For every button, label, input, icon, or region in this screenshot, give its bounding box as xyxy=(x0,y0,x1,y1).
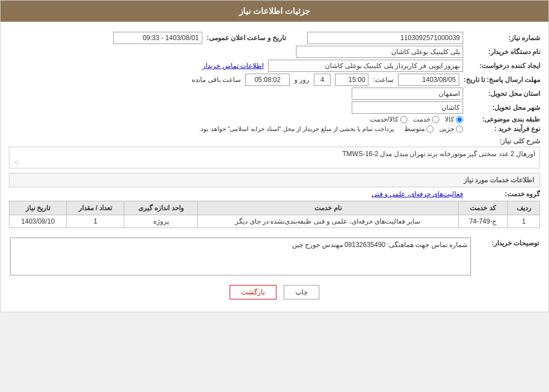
main-content: شماره نیاز: 1103092571000039 تاریخ و ساع… xyxy=(1,22,548,312)
deadline-remain-label: ساعت باقی مانده xyxy=(192,76,241,84)
page-header: جزئیات اطلاعات نیاز xyxy=(1,1,548,22)
announcement-date-value: 1403/08/01 - 09:33 xyxy=(113,32,202,44)
province-value: اصفهان xyxy=(352,88,463,100)
deadline-label: مهلت ارسال پاسخ: تا تاریخ: xyxy=(464,76,540,84)
deadline-remain: 05:08:02 xyxy=(245,74,290,86)
purchase-type-options: جزیی متوسط xyxy=(404,125,463,133)
page-title: جزئیات اطلاعات نیاز xyxy=(239,6,310,16)
buyer-notes-td xyxy=(10,235,471,277)
category-both-label: کالا/خدمت xyxy=(370,115,399,123)
purchase-type-radio-jozi[interactable] xyxy=(456,125,463,133)
col-name: نام خدمت xyxy=(198,201,458,215)
purchase-type-row: نوع فرآیند خرید : جزیی متوسط پرداخت تمام… xyxy=(9,125,540,133)
deadline-time-label: ساعت: xyxy=(373,76,393,84)
province-row: استان محل تحویل: اصفهان xyxy=(9,88,540,100)
category-kala-label: کالا xyxy=(445,115,454,123)
creator-value: بهروز ایویی فر کاربرداز پلی کلینیک بوعلی… xyxy=(268,60,463,72)
contact-link[interactable]: اطلاعات تماس خریدار xyxy=(202,62,264,70)
service-group-row: گروه خدمت: فعالیت‌های حرفه‌ای، علمی و فن… xyxy=(9,190,540,198)
category-row: طبقه بندی موضوعی: کالا خدمت کالا/خدمت xyxy=(9,115,540,123)
purchase-type-radio-motevaset[interactable] xyxy=(426,125,434,133)
purchase-type-jozi-label: جزیی xyxy=(439,125,454,133)
announcement-date-label: تاریخ و ساعت اعلان عمومی: xyxy=(207,34,286,42)
buyer-org-row: نام دستگاه خریدار: پلی کلینیک بوعلی کاشا… xyxy=(9,46,540,58)
cell-name: سایر فعالیت‌های حرفه‌ای، علمی و فنی طبقه… xyxy=(198,215,458,228)
buyer-org-label: نام دستگاه خریدار: xyxy=(468,48,540,56)
buyer-notes-label: توصیحات خریدار: xyxy=(492,239,539,247)
col-qty: تعداد / مقدار xyxy=(67,201,124,215)
service-section-title: اطلاعات خدمات مورد نیاز xyxy=(9,173,540,187)
city-label: شهر محل تحویل: xyxy=(468,104,540,112)
purchase-type-jozi: جزیی xyxy=(439,125,463,133)
purchase-type-motevaset-label: متوسط xyxy=(404,125,425,133)
col-row: ردیف xyxy=(508,201,540,215)
need-number-row: شماره نیاز: 1103092571000039 تاریخ و ساع… xyxy=(9,32,540,44)
purchase-type-motevaset: متوسط xyxy=(404,125,434,133)
print-button[interactable]: چاپ xyxy=(284,285,319,299)
province-label: استان محل تحویل: xyxy=(468,90,540,98)
need-desc-box: اورهال 2 عدد سختی گیر موتورخانه برند تهر… xyxy=(9,147,540,168)
city-value: کاشان xyxy=(352,101,463,114)
service-group-label: گروه خدمت: xyxy=(468,190,540,198)
buyer-org-value: پلی کلینیک بوعلی کاشان xyxy=(296,46,463,58)
back-button[interactable]: بازگشت xyxy=(230,285,276,299)
col-date: تاریخ نیاز xyxy=(9,201,67,215)
city-row: شهر محل تحویل: کاشان xyxy=(9,101,540,114)
cell-code: ج-749-74 xyxy=(458,215,508,228)
category-option-khedmat: خدمت xyxy=(413,115,439,123)
category-radio-kala[interactable] xyxy=(456,116,463,123)
purchase-note: پرداخت تمام یا بخشی از مبلغ خریدار از مح… xyxy=(199,125,394,133)
need-desc-section-title: شرح کلی نیاز: xyxy=(484,137,540,145)
deadline-days-label: روز و xyxy=(294,76,309,84)
buyer-notes-textarea xyxy=(10,238,471,275)
deadline-date: 1403/08/05 xyxy=(398,74,459,86)
cell-row: 1 xyxy=(508,215,540,228)
need-number-value: 1103092571000039 xyxy=(307,32,463,44)
category-option-kala: کالا xyxy=(445,115,463,123)
page-wrapper: جزئیات اطلاعات نیاز شماره نیاز: 11030925… xyxy=(0,0,549,312)
buyer-notes-section: توصیحات خریدار: xyxy=(9,234,540,278)
cell-qty: 1 xyxy=(67,215,124,228)
table-row: 1 ج-749-74 سایر فعالیت‌های حرفه‌ای، علمی… xyxy=(9,215,540,228)
service-group-value[interactable]: فعالیت‌های حرفه‌ای، علمی و فنی xyxy=(372,190,463,198)
category-label: طبقه بندی موضوعی: xyxy=(468,115,540,123)
deadline-row: مهلت ارسال پاسخ: تا تاریخ: 1403/08/05 سا… xyxy=(9,74,540,86)
cell-unit: پروژه xyxy=(124,215,198,228)
category-radio-khedmat[interactable] xyxy=(432,116,439,123)
category-khedmat-label: خدمت xyxy=(413,115,430,123)
purchase-type-label: نوع فرآیند خرید : xyxy=(468,125,540,133)
creator-label: ایجاد کننده درخواست: xyxy=(468,62,540,70)
category-radio-both[interactable] xyxy=(400,116,407,123)
service-table: ردیف کد خدمت نام خدمت واحد اندازه گیری ت… xyxy=(9,201,540,228)
need-desc-value: اورهال 2 عدد سختی گیر موتورخانه برند تهر… xyxy=(342,150,535,158)
cell-date: 1403/08/10 xyxy=(9,215,67,228)
buttons-row: چاپ بازگشت xyxy=(9,278,540,306)
col-code: کد خدمت xyxy=(458,201,508,215)
deadline-time: 15:00 xyxy=(335,74,368,86)
deadline-days: 4 xyxy=(314,74,331,86)
need-desc-section: شرح کلی نیاز: xyxy=(9,137,540,145)
category-option-both: کالا/خدمت xyxy=(370,115,407,123)
creator-row: ایجاد کننده درخواست: بهروز ایویی فر کارب… xyxy=(9,60,540,72)
category-options: کالا خدمت کالا/خدمت xyxy=(370,115,463,123)
need-number-label: شماره نیاز: xyxy=(468,34,540,42)
col-unit: واحد اندازه گیری xyxy=(124,201,198,215)
